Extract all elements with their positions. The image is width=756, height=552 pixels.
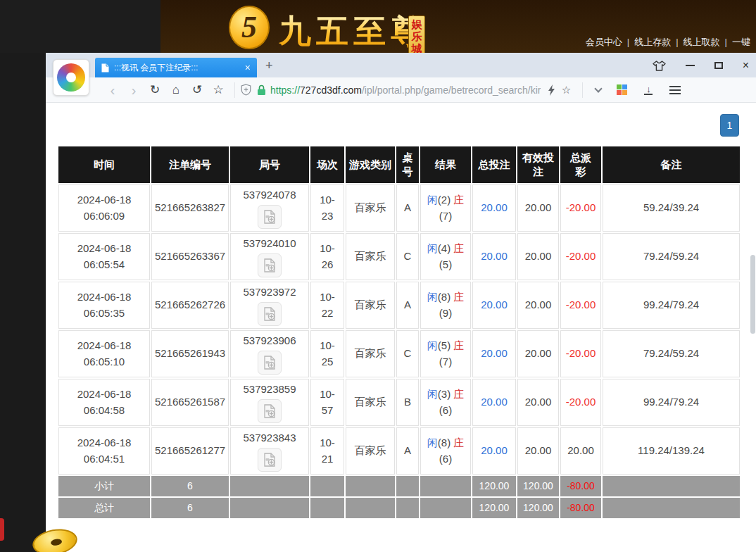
address-bar[interactable]: https://727cd3df.com/ipl/portal.php/game…	[241, 84, 541, 96]
table-row: 2024-06-1806:05:10 521665261943 53792390…	[58, 330, 740, 377]
cell-session: 10-25	[310, 330, 344, 377]
page-icon	[101, 63, 109, 73]
nav-link-member-center[interactable]: 会员中心	[586, 37, 622, 47]
video-replay-button[interactable]	[258, 448, 282, 472]
tab-betrecord[interactable]: :::视讯 会员下注纪录::: ×	[95, 58, 257, 77]
bookmark-star-icon[interactable]: ☆	[208, 84, 229, 96]
col-header-time: 时间	[58, 146, 150, 183]
cell-result: 闲(5)庄(7)	[420, 330, 471, 377]
table-row: 2024-06-1806:05:54 521665263367 53792401…	[58, 233, 740, 280]
nav-link-deposit[interactable]: 线上存款	[634, 37, 671, 47]
col-header-result: 结果	[420, 146, 471, 183]
nav-separator: |	[676, 37, 678, 47]
subtotal-row: 小计 6 120.00 120.00 -80.00	[58, 476, 740, 496]
col-header-table-no: 桌号	[396, 146, 419, 183]
url-star-icon[interactable]: ☆	[555, 84, 577, 95]
total-count: 6	[151, 498, 229, 518]
cell-payout: -20.00	[560, 282, 601, 329]
cell-table-no: A	[396, 282, 419, 329]
col-header-session: 场次	[310, 146, 344, 183]
brand-logo-glyph: 5	[241, 12, 257, 43]
menu-icon[interactable]	[669, 86, 681, 87]
side-widget[interactable]	[0, 518, 4, 541]
refresh-icon[interactable]: ↻	[144, 84, 165, 96]
cell-session: 10-22	[310, 282, 344, 329]
cell-result: 闲(8)庄(6)	[420, 427, 471, 475]
cell-bet-id: 521665261587	[151, 379, 229, 426]
cell-valid-bet: 20.00	[517, 427, 559, 475]
subtotal-total-bet: 120.00	[472, 476, 516, 496]
cell-session: 10-23	[310, 184, 344, 232]
download-icon[interactable]: ↓	[644, 85, 653, 95]
video-replay-button[interactable]	[258, 351, 282, 375]
close-window-button[interactable]: ×	[743, 60, 749, 71]
cell-total-bet[interactable]: 20.00	[472, 330, 516, 377]
cell-time: 2024-06-1806:05:54	[58, 233, 150, 280]
cell-round: 537923859	[230, 379, 309, 426]
window-controls: ×	[633, 58, 749, 73]
video-replay-button[interactable]	[258, 302, 282, 326]
cell-round: 537924078	[230, 184, 309, 232]
nav-link-quick[interactable]: 一键	[732, 37, 750, 47]
maximize-button[interactable]	[714, 62, 723, 69]
cell-result: 闲(3)庄(6)	[420, 379, 471, 426]
back-icon[interactable]: ‹	[102, 82, 123, 97]
new-tab-button[interactable]: +	[265, 58, 273, 73]
subtotal-valid-bet: 120.00	[517, 476, 559, 496]
total-valid-bet: 120.00	[517, 498, 559, 518]
lightning-icon[interactable]	[548, 84, 555, 96]
brand-logo-icon: 5	[229, 6, 270, 49]
undo-icon[interactable]: ↺	[187, 84, 208, 96]
chevron-down-icon[interactable]	[595, 84, 603, 92]
cell-result: 闲(4)庄(5)	[420, 233, 471, 280]
minimize-button[interactable]	[686, 65, 695, 66]
cell-total-bet[interactable]: 20.00	[472, 379, 516, 426]
cell-game-type: 百家乐	[346, 184, 395, 232]
cell-payout: -20.00	[560, 379, 601, 426]
col-header-total-bet: 总投注	[472, 146, 516, 183]
cell-total-bet[interactable]: 20.00	[472, 233, 516, 280]
nav-link-withdraw[interactable]: 线上取款	[683, 37, 720, 47]
cell-total-bet[interactable]: 20.00	[472, 184, 516, 232]
video-replay-button[interactable]	[258, 205, 282, 229]
pagination-page-1-button[interactable]: 1	[720, 114, 739, 137]
shield-icon	[241, 84, 251, 96]
cell-table-no: A	[396, 427, 419, 475]
col-header-remark: 备注	[603, 146, 740, 183]
cell-bet-id: 521665263827	[151, 184, 229, 232]
cell-remark: 119.24/139.24	[603, 427, 740, 475]
cell-round: 537923843	[230, 427, 309, 475]
scrollbar-thumb[interactable]	[750, 255, 755, 334]
theme-skin-icon[interactable]	[653, 61, 666, 71]
forward-icon[interactable]: ›	[123, 82, 144, 97]
total-label: 总计	[58, 498, 150, 518]
video-replay-button[interactable]	[258, 253, 282, 277]
toolbar-divider	[234, 82, 235, 98]
cell-total-bet[interactable]: 20.00	[472, 427, 516, 475]
cell-table-no: C	[396, 233, 419, 280]
tab-close-icon[interactable]: ×	[245, 63, 251, 73]
cell-game-type: 百家乐	[346, 282, 395, 329]
cell-result: 闲(8)庄(9)	[420, 282, 471, 329]
cell-valid-bet: 20.00	[517, 184, 559, 232]
cell-table-no: A	[396, 184, 419, 232]
col-header-game-type: 游戏类别	[346, 146, 395, 183]
col-header-round: 局号	[230, 146, 309, 183]
cell-time: 2024-06-1806:04:58	[58, 379, 150, 426]
cell-time: 2024-06-1806:06:09	[58, 184, 150, 232]
cell-time: 2024-06-1806:05:10	[58, 330, 150, 377]
browser-logo-button[interactable]	[53, 59, 89, 96]
cell-bet-id: 521665261943	[151, 330, 229, 377]
cell-payout: -20.00	[560, 330, 601, 377]
table-row: 2024-06-1806:04:51 521665261277 53792384…	[58, 427, 740, 475]
cell-total-bet[interactable]: 20.00	[472, 282, 516, 329]
tab-title: :::视讯 会员下注纪录:::	[114, 62, 242, 74]
home-icon[interactable]: ⌂	[165, 84, 187, 96]
total-row: 总计 6 120.00 120.00 -80.00	[58, 498, 740, 518]
apps-grid-icon[interactable]	[617, 84, 627, 95]
video-replay-button[interactable]	[258, 399, 282, 423]
cell-session: 10-21	[310, 427, 344, 475]
browser-pinwheel-icon	[57, 63, 85, 92]
subtotal-payout: -80.00	[560, 476, 601, 496]
cell-valid-bet: 20.00	[517, 282, 559, 329]
